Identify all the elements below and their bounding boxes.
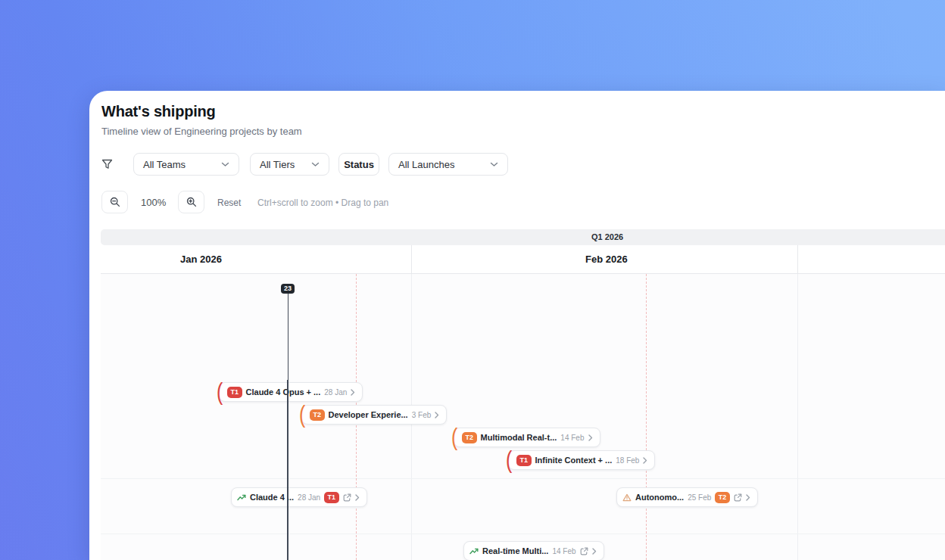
external-link-icon bbox=[580, 547, 588, 555]
chevron-down-icon bbox=[311, 162, 320, 167]
magnifier-minus-icon bbox=[110, 197, 120, 207]
tier-badge: T1 bbox=[227, 387, 242, 398]
external-link-icon bbox=[343, 493, 351, 502]
warning-triangle-icon bbox=[622, 493, 632, 502]
filter-row: All Teams All Tiers Status All Launches bbox=[101, 153, 934, 176]
row-separator bbox=[101, 534, 945, 534]
launch-date: 25 Feb bbox=[688, 493, 711, 502]
launch-card[interactable]: Real-time Multi... 14 Feb bbox=[463, 541, 604, 560]
launch-date: 28 Jan bbox=[298, 493, 320, 502]
today-day-value: 23 bbox=[284, 285, 292, 292]
chevron-right-icon bbox=[355, 494, 360, 501]
zoom-toolbar: 100% Reset Ctrl+scroll to zoom • Drag to… bbox=[101, 191, 934, 213]
magnifier-plus-icon bbox=[186, 197, 197, 207]
chevron-down-icon bbox=[490, 162, 498, 167]
start-bracket-icon: ( bbox=[217, 380, 223, 403]
project-name: Claude 4 Opus + ... bbox=[246, 387, 321, 397]
month-divider bbox=[797, 245, 798, 274]
project-card[interactable]: ( T2 Multimodal Real-t... 14 Feb bbox=[454, 428, 600, 447]
page-title: What's shipping bbox=[101, 103, 216, 120]
tier-badge: T1 bbox=[516, 455, 532, 466]
project-name: Infinite Context + ... bbox=[535, 456, 613, 465]
zoom-in-button[interactable] bbox=[178, 191, 204, 213]
launch-card[interactable]: Claude 4 ... 28 Jan T1 bbox=[231, 487, 367, 507]
today-marker-badge: 23 bbox=[281, 284, 295, 294]
chevron-right-icon bbox=[435, 412, 439, 418]
month-label-feb: Feb 2026 bbox=[585, 254, 628, 265]
project-card[interactable]: ( T1 Infinite Context + ... 18 Feb bbox=[508, 450, 655, 470]
funnel-icon bbox=[101, 159, 113, 170]
tier-badge: T2 bbox=[462, 432, 477, 443]
whats-shipping-panel: What's shipping Timeline view of Enginee… bbox=[89, 91, 945, 560]
start-bracket-icon: ( bbox=[451, 425, 457, 449]
project-card[interactable]: ( T2 Developer Experie... 3 Feb bbox=[301, 405, 447, 425]
status-filter-label: Status bbox=[344, 159, 374, 170]
quarter-header-bar: Q1 2026 bbox=[101, 229, 945, 245]
month-gridline bbox=[797, 274, 798, 560]
teams-filter-value: All Teams bbox=[143, 159, 186, 170]
zoom-hint-text: Ctrl+scroll to zoom • Drag to pan bbox=[257, 198, 388, 208]
reset-zoom-button[interactable]: Reset bbox=[217, 198, 241, 208]
tier-badge: T1 bbox=[324, 492, 339, 503]
project-name: Multimodal Real-t... bbox=[481, 433, 557, 442]
tier-badge: T2 bbox=[310, 409, 325, 421]
project-name: Developer Experie... bbox=[329, 410, 408, 419]
project-date: 3 Feb bbox=[412, 411, 432, 419]
trending-up-icon bbox=[469, 547, 479, 555]
chevron-right-icon bbox=[746, 494, 750, 501]
chevron-right-icon bbox=[351, 389, 355, 396]
row-separator bbox=[101, 478, 945, 479]
timeline-canvas[interactable]: ( T1 Claude 4 Opus + ... 28 Jan ( T2 Dev… bbox=[101, 274, 945, 560]
project-date: 28 Jan bbox=[324, 388, 347, 397]
milestone-dashed-line bbox=[646, 274, 647, 560]
project-date: 18 Feb bbox=[616, 456, 639, 465]
zoom-out-button[interactable] bbox=[101, 191, 128, 213]
status-filter-button[interactable]: Status bbox=[338, 153, 379, 176]
today-line bbox=[288, 294, 289, 560]
teams-filter-dropdown[interactable]: All Teams bbox=[133, 153, 239, 176]
month-header-row: Jan 2026 Feb 2026 bbox=[101, 245, 945, 274]
tiers-filter-dropdown[interactable]: All Tiers bbox=[250, 153, 329, 176]
quarter-label: Q1 2026 bbox=[591, 232, 623, 241]
launch-date: 14 Feb bbox=[552, 547, 575, 555]
launch-card[interactable]: Autonomo... 25 Feb T2 bbox=[616, 487, 758, 507]
launches-filter-dropdown[interactable]: All Launches bbox=[388, 153, 508, 176]
tiers-filter-value: All Tiers bbox=[260, 159, 295, 170]
launches-filter-value: All Launches bbox=[398, 159, 454, 170]
desktop-background: What's shipping Timeline view of Enginee… bbox=[0, 0, 945, 560]
page-subtitle: Timeline view of Engineering projects by… bbox=[101, 126, 302, 137]
external-link-icon bbox=[734, 493, 742, 502]
month-divider bbox=[411, 245, 412, 274]
launch-name: Autonomo... bbox=[635, 493, 684, 502]
launch-name: Real-time Multi... bbox=[482, 546, 548, 555]
project-date: 14 Feb bbox=[560, 434, 584, 442]
chevron-right-icon bbox=[592, 548, 597, 555]
project-card[interactable]: ( T1 Claude 4 Opus + ... 28 Jan bbox=[219, 382, 363, 402]
trending-up-icon bbox=[237, 493, 246, 502]
zoom-level-value: 100% bbox=[141, 197, 166, 208]
month-label-jan: Jan 2026 bbox=[180, 254, 222, 265]
chevron-down-icon bbox=[221, 162, 229, 167]
start-bracket-icon: ( bbox=[506, 448, 512, 471]
start-bracket-icon: ( bbox=[299, 403, 305, 426]
tier-badge: T2 bbox=[715, 492, 730, 503]
chevron-right-icon bbox=[643, 457, 647, 464]
chevron-right-icon bbox=[588, 434, 593, 441]
